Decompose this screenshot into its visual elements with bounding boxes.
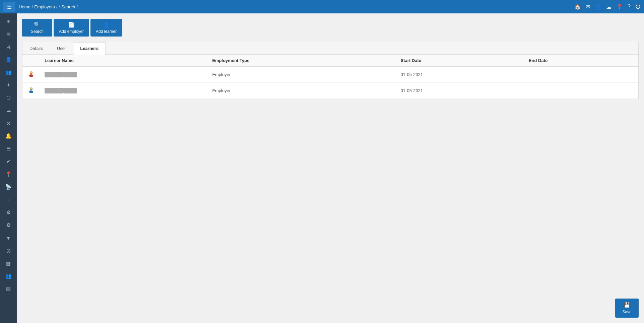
- svg-point-4: [29, 90, 33, 93]
- sidebar-item-groups[interactable]: 👥: [2, 66, 15, 78]
- col-icon: [22, 55, 40, 67]
- breadcrumb-sep3: /: [59, 4, 60, 9]
- sidebar-item-filter[interactable]: ▼: [2, 232, 15, 244]
- svg-point-5: [30, 87, 32, 89]
- table-header-row: Learner Name Employment Type Start Date …: [22, 55, 638, 67]
- row1-name: ██████ ████: [40, 67, 207, 83]
- target-icon: ◎: [6, 248, 11, 254]
- sidebar-item-list[interactable]: ☰: [2, 143, 15, 155]
- tab-details[interactable]: Details: [22, 42, 50, 54]
- save-button-container: 💾 Save: [615, 299, 639, 318]
- sidebar-item-cloud[interactable]: ☁: [2, 105, 15, 117]
- female-learner-icon: [27, 70, 35, 78]
- location-nav-icon: 📍: [5, 171, 12, 177]
- col-employment-type: Employment Type: [207, 55, 396, 67]
- tab-learners[interactable]: Learners: [73, 42, 106, 55]
- home-icon[interactable]: 🏠: [574, 4, 581, 10]
- table-body: ██████ ████ Employer 01-05-2021: [22, 67, 638, 99]
- notifications-icon: 🔔: [5, 133, 12, 139]
- svg-point-2: [30, 71, 32, 73]
- table-row: ██████ ████ Employer 01-05-2021: [22, 67, 638, 83]
- sidebar-item-feeds[interactable]: 📡: [2, 181, 15, 193]
- groups-icon: 👥: [5, 69, 12, 75]
- row2-start-date: 01-05-2021: [396, 83, 524, 99]
- breadcrumb-search[interactable]: Search: [61, 4, 75, 9]
- sidebar-item-location[interactable]: 📍: [2, 168, 15, 180]
- list-icon: ☰: [6, 146, 11, 152]
- sidebar-item-ordered-list[interactable]: ≡: [2, 194, 15, 206]
- row1-start-date: 01-05-2021: [396, 67, 524, 83]
- sidebar-item-people[interactable]: 👥: [2, 270, 15, 282]
- save-button[interactable]: 💾 Save: [615, 299, 639, 318]
- sidebar-item-tasks[interactable]: ✔: [2, 155, 15, 168]
- help-icon[interactable]: ?: [628, 4, 631, 10]
- col-start-date: Start Date: [396, 55, 524, 67]
- tasks-icon: ✔: [6, 158, 11, 165]
- row1-employment-type: Employer: [207, 67, 396, 83]
- cog-group-icon: ⚙: [6, 222, 11, 228]
- row2-icon-cell: [22, 83, 40, 99]
- sidebar-item-notifications[interactable]: 🔔: [2, 130, 15, 142]
- sidebar-item-dashboard[interactable]: ⊞: [2, 15, 15, 27]
- settings-icon: ⚙: [6, 209, 11, 215]
- mail-icon[interactable]: ✉: [586, 4, 590, 10]
- sidebar-item-settings[interactable]: ⚙: [2, 206, 15, 218]
- add-employer-button[interactable]: 📄 Add employer: [54, 19, 89, 37]
- row2-end-date: [524, 83, 638, 99]
- table-icon: ▤: [6, 286, 11, 292]
- filter-icon: ▼: [6, 235, 11, 241]
- add-employer-label: Add employer: [59, 29, 84, 34]
- dashboard-icon: ⊞: [6, 18, 11, 24]
- focus-icon: ⊙: [6, 120, 11, 126]
- row2-name: ██████ ████: [40, 83, 207, 99]
- toolbar: 🔍 Search 📄 Add employer 👤 Add learner: [22, 19, 639, 37]
- add-learner-icon: 👤: [103, 21, 110, 28]
- modules-icon: ⬡: [6, 95, 11, 101]
- table-header: Learner Name Employment Type Start Date …: [22, 55, 638, 67]
- breadcrumb-sep4: /: [76, 4, 78, 9]
- print-icon: 🖨: [6, 44, 11, 50]
- sidebar: ⊞ ✉ 🖨 👤 👥 ✦ ⬡ ☁ ⊙ 🔔 ☰ ✔ 📍 📡 ≡ ⚙ ⚙ ▼ ◎ ▦ …: [0, 13, 17, 323]
- tab-user[interactable]: User: [50, 42, 73, 54]
- hamburger-icon: ☰: [7, 4, 12, 10]
- menu-button[interactable]: ☰: [3, 2, 15, 12]
- location-icon[interactable]: 📍: [616, 4, 623, 10]
- sidebar-item-modules[interactable]: ⬡: [2, 92, 15, 104]
- content-panel: Details User Learners Learner Name Emplo…: [22, 42, 639, 99]
- cloud-nav-icon: ☁: [6, 108, 11, 114]
- add-learner-button[interactable]: 👤 Add learner: [90, 19, 122, 37]
- sidebar-item-target[interactable]: ◎: [2, 245, 15, 257]
- breadcrumb-sep2: /: [56, 4, 58, 9]
- col-end-date: End Date: [524, 55, 638, 67]
- search-button[interactable]: 🔍 Search: [22, 19, 52, 37]
- sidebar-item-messages[interactable]: ✉: [2, 28, 15, 40]
- user-icon[interactable]: 👤: [595, 4, 601, 10]
- row1-icon-cell: [22, 67, 40, 83]
- sidebar-item-users[interactable]: 👤: [2, 54, 15, 66]
- sidebar-item-table[interactable]: ▤: [2, 283, 15, 295]
- sidebar-item-print[interactable]: 🖨: [2, 41, 15, 53]
- row2-employment-type: Employer: [207, 83, 396, 99]
- sidebar-item-focus[interactable]: ⊙: [2, 117, 15, 129]
- people-icon: 👥: [5, 273, 12, 279]
- row1-name-text: ██████ ████: [45, 72, 77, 77]
- row1-end-date: [524, 67, 638, 83]
- power-icon[interactable]: ⏻: [635, 4, 641, 10]
- breadcrumb-home[interactable]: Home: [19, 4, 30, 9]
- user-icon: 👤: [5, 57, 12, 63]
- main-layout: ⊞ ✉ 🖨 👤 👥 ✦ ⬡ ☁ ⊙ 🔔 ☰ ✔ 📍 📡 ≡ ⚙ ⚙ ▼ ◎ ▦ …: [0, 13, 644, 323]
- add-employer-icon: 📄: [68, 21, 75, 28]
- tabs: Details User Learners: [22, 42, 638, 55]
- grid-icon: ▦: [6, 260, 11, 266]
- sidebar-item-grid[interactable]: ▦: [2, 257, 15, 269]
- sidebar-item-cog-group[interactable]: ⚙: [2, 219, 15, 231]
- breadcrumb-employers[interactable]: Employers: [34, 4, 55, 9]
- col-learner-name: Learner Name: [40, 55, 207, 67]
- breadcrumb: Home / Employers / / Search / ...: [19, 4, 83, 9]
- cloud-icon[interactable]: ☁: [606, 4, 611, 10]
- integrations-icon: ✦: [6, 82, 11, 88]
- male-learner-icon: [27, 86, 35, 94]
- svg-point-1: [29, 74, 33, 77]
- sidebar-item-integrations[interactable]: ✦: [2, 79, 15, 91]
- top-bar-actions: 🏠 ✉ 👤 ☁ 📍 ? ⏻: [574, 4, 641, 10]
